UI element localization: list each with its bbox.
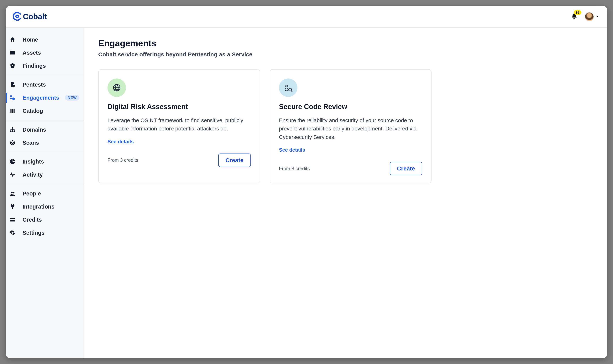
target-icon [9,139,16,146]
cobalt-logo-icon [13,12,21,21]
sidebar-item-insights[interactable]: Insights [6,155,84,168]
app-frame: Cobalt 98 [6,6,607,358]
people-icon [9,190,16,197]
svg-point-8 [10,131,12,132]
svg-line-21 [291,91,292,92]
header-right: 98 [571,12,600,21]
svg-point-12 [12,142,13,143]
svg-point-10 [14,131,15,132]
user-menu[interactable] [585,12,600,21]
sidebar-item-label: Credits [23,217,42,223]
card-footer: From 8 credits Create [279,162,422,175]
sitemap-icon [9,126,16,133]
logo[interactable]: Cobalt [13,12,47,21]
gear-icon [9,229,16,236]
shield-icon [9,62,16,69]
new-badge: NEW [65,95,79,101]
sidebar-item-pentests[interactable]: Pentests [6,78,84,91]
logo-text: Cobalt [23,12,47,21]
catalog-icon [9,107,16,114]
svg-rect-2 [10,95,12,97]
sidebar-item-engagements[interactable]: Engagements NEW [6,91,84,104]
sidebar-item-assets[interactable]: Assets [6,46,84,59]
svg-rect-3 [10,98,12,99]
sidebar-item-home[interactable]: Home [6,33,84,46]
wallet-icon [9,216,16,223]
sidebar-item-label: Scans [23,140,39,146]
see-details-link[interactable]: See details [108,139,251,145]
see-details-link[interactable]: See details [279,147,422,153]
nav-group: Pentests Engagements NEW Catalog [6,75,84,120]
svg-text:01: 01 [285,84,288,88]
activity-icon [9,171,16,178]
svg-point-0 [16,15,18,17]
svg-text:1C: 1C [285,88,288,91]
svg-point-20 [289,88,292,91]
sidebar-item-credits[interactable]: Credits [6,213,84,226]
sidebar-item-label: Engagements [23,95,59,101]
create-button[interactable]: Create [218,154,251,167]
sidebar-item-label: Settings [23,230,44,236]
sidebar: Home Assets Findings [6,28,84,358]
svg-point-11 [10,141,14,145]
sidebar-item-label: People [23,191,41,197]
create-button[interactable]: Create [390,162,422,175]
sidebar-item-label: Insights [23,158,44,165]
page-subtitle: Cobalt service offerings beyond Pentesti… [98,51,593,58]
engagement-card-digital-risk-assessment: Digital Risk Assessment Leverage the OSI… [98,69,260,183]
card-footer: From 3 credits Create [108,154,251,167]
chevron-down-icon [596,14,600,19]
binary-magnify-icon: 01 1C [279,78,297,97]
svg-point-9 [12,131,13,132]
credits-text: From 8 credits [279,166,310,171]
sidebar-item-label: Integrations [23,204,55,210]
sidebar-item-label: Home [23,37,38,43]
nav-group: Insights Activity [6,152,84,184]
notifications-button[interactable]: 98 [571,13,578,21]
nav-group: Home Assets Findings [6,30,84,75]
card-description: Ensure the reliability and security of y… [279,116,422,141]
plug-icon [9,203,16,210]
sidebar-item-label: Activity [23,172,43,178]
sidebar-item-people[interactable]: People [6,187,84,200]
header: Cobalt 98 [6,6,607,28]
folder-icon [9,49,16,56]
credits-text: From 3 credits [108,157,138,163]
sidebar-item-domains[interactable]: Domains [6,123,84,136]
sidebar-item-label: Catalog [23,108,43,114]
page-title: Engagements [98,38,593,49]
svg-rect-5 [12,109,13,113]
globe-icon [108,78,126,97]
sidebar-item-label: Pentests [23,82,46,88]
sidebar-item-integrations[interactable]: Integrations [6,200,84,213]
sidebar-item-catalog[interactable]: Catalog [6,104,84,117]
avatar [585,12,594,21]
bell-icon [571,17,578,20]
sidebar-item-settings[interactable]: Settings [6,226,84,239]
nav-group: Domains Scans [6,120,84,152]
sidebar-item-label: Domains [23,127,46,133]
card-title: Secure Code Review [279,103,422,111]
sidebar-item-label: Assets [23,50,41,56]
body: Home Assets Findings [6,28,607,358]
engagements-shield-icon [9,94,16,101]
svg-point-13 [11,192,13,193]
nav-group: People Integrations Credits [6,184,84,242]
card-title: Digital Risk Assessment [108,103,251,111]
sidebar-item-findings[interactable]: Findings [6,59,84,72]
svg-point-14 [13,192,14,194]
home-icon [9,36,16,43]
sidebar-item-scans[interactable]: Scans [6,136,84,149]
sidebar-item-activity[interactable]: Activity [6,168,84,181]
svg-rect-6 [14,109,14,113]
document-shield-icon [9,81,16,88]
card-description: Leverage the OSINT framework to find sen… [108,116,251,133]
pie-chart-icon [9,158,16,165]
svg-rect-4 [10,109,11,113]
svg-point-7 [12,127,13,129]
svg-rect-16 [10,219,15,220]
engagement-card-secure-code-review: 01 1C Secure Code Review Ensure the reli… [270,69,432,183]
notification-count-badge: 98 [574,10,581,15]
sidebar-item-label: Findings [23,63,46,69]
main-content: Engagements Cobalt service offerings bey… [84,28,607,358]
